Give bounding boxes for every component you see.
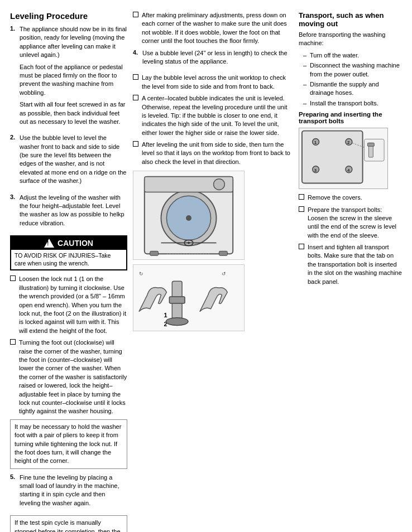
checkbox-icon-s4-3 (133, 141, 138, 147)
step4-checkbox-2: A center–located bubble indicates the un… (133, 94, 293, 137)
checkbox-icon-2 (10, 339, 16, 345)
leveling-item-5: 5. Fine tune the leveling by placing a s… (10, 473, 127, 511)
checkbox-icon-m1 (133, 12, 138, 17)
caution-label: CAUTION (58, 239, 93, 248)
dash-item-0: Turn off the water. (303, 51, 402, 60)
svg-point-11 (188, 242, 190, 244)
left-column: Leveling Procedure 1. The appliance shou… (10, 11, 127, 532)
svg-text:1: 1 (164, 312, 167, 318)
transport-checkbox-3: Insert and tighten all transport bolts. … (299, 243, 402, 286)
svg-rect-19 (302, 131, 363, 183)
step4-checkbox-1-text: Lay the bubble level across the unit wor… (142, 74, 293, 91)
item-1-para-2: Start with all four feet screwed in as f… (20, 100, 127, 126)
dash-item-2: Dismantle the supply and drainage hoses. (303, 80, 402, 98)
item-1-para-0: The appliance should now be in its final… (20, 25, 127, 60)
svg-text:2: 2 (347, 140, 350, 145)
step-4: 4. Use a bubble level (24" or less in le… (133, 49, 293, 70)
caution-subtext: TO AVOID RISK OF INJURIES–Take care when… (11, 250, 126, 269)
step4-checkbox-2-text: A center–located bubble indicates the un… (142, 94, 293, 137)
svg-text:4: 4 (347, 168, 350, 173)
svg-rect-7 (150, 252, 159, 256)
transport-checkbox-1-text: Remove the covers. (308, 194, 362, 202)
item-5-num: 5. (10, 473, 17, 511)
step-4-text: Use a bubble level (24" or less in lengt… (142, 49, 293, 66)
bolts-title: Preparing and inserting the transport bo… (299, 111, 402, 124)
transport-checkbox-2: Prepare the transport bolts: Loosen the … (299, 206, 402, 240)
leveling-title: Leveling Procedure (10, 11, 127, 21)
note-text: It may be necessary to hold the washer f… (15, 423, 121, 465)
item-1-para-1: Each foot of the appliance or pedestal m… (20, 63, 127, 98)
item-3-para-0: Adjust the leveling of the washer with t… (20, 194, 127, 228)
right-column: Transport, such as when moving out Befor… (299, 11, 402, 532)
svg-point-5 (214, 179, 225, 190)
transport-checkbox-2-text: Prepare the transport bolts: Loosen the … (308, 206, 402, 240)
checkbox-icon-t3 (299, 244, 304, 249)
dash-item-1: Disconnect the washing machine from the … (303, 61, 402, 79)
checkbox-icon-s4-1 (133, 74, 138, 80)
leveling-checkbox-2-text: Turning the foot out (clockwise) will ra… (19, 338, 127, 416)
leveling-checkbox-2: Turning the foot out (clockwise) will ra… (10, 338, 127, 416)
leveling-checkbox-1: Loosen the lock nut 1 (1 on the illustra… (10, 275, 127, 335)
svg-text:↻: ↻ (139, 272, 143, 277)
leveling-checkbox-1-text: Loosen the lock nut 1 (1 on the illustra… (19, 275, 127, 335)
washer-svg (133, 171, 244, 260)
foot-wrench-diagram: 1 2 ↻ ↺ (133, 264, 245, 331)
caution-triangle-icon (44, 239, 54, 248)
transport-svg: 1 2 3 4 (299, 128, 387, 189)
middle-checkbox-1-text: After making preliminary adjustments, pr… (142, 11, 293, 46)
svg-rect-30 (367, 143, 374, 146)
step4-checkbox-3-text: After leveling the unit from side to sid… (142, 141, 293, 166)
caution-header: CAUTION (11, 236, 126, 250)
item-3-num: 3. (10, 194, 17, 231)
svg-text:↺: ↺ (222, 272, 226, 277)
transport-title: Transport, such as when moving out (299, 11, 402, 28)
svg-text:1: 1 (314, 140, 317, 145)
svg-rect-15 (169, 297, 185, 303)
checkbox-icon-t1 (299, 194, 304, 200)
step5-note-box: If the test spin cycle is manually stopp… (10, 515, 127, 532)
leveling-item-3: 3. Adjust the leveling of the washer wit… (10, 194, 127, 231)
leveling-item-1: 1. The appliance should now be in its fi… (10, 25, 127, 129)
step4-checkbox-1: Lay the bubble level across the unit wor… (133, 74, 293, 91)
step5-note-text: If the test spin cycle is manually stopp… (15, 519, 121, 532)
svg-point-16 (166, 318, 188, 326)
svg-rect-28 (365, 139, 385, 162)
transport-intro: Before transporting the washing machine: (299, 31, 402, 48)
caution-box: CAUTION TO AVOID RISK OF INJURIES–Take c… (10, 235, 127, 270)
item-2-num: 2. (10, 134, 17, 188)
washer-front-diagram (133, 171, 245, 260)
checkbox-icon-1 (10, 275, 16, 281)
foot-svg: 1 2 ↻ ↺ (133, 264, 244, 331)
step4-checkbox-3: After leveling the unit from side to sid… (133, 141, 293, 166)
step-4-num: 4. (133, 49, 140, 70)
item-1-content: The appliance should now be in its final… (20, 25, 127, 129)
item-2-para-0: Use the bubble level to level the washer… (20, 134, 127, 185)
checkbox-icon-t2 (299, 206, 304, 212)
svg-rect-8 (219, 252, 227, 256)
item-3-content: Adjust the leveling of the washer with t… (20, 194, 127, 231)
item-5-text: Fine tune the leveling by placing a smal… (20, 473, 127, 508)
checkbox-icon-s4-2 (133, 95, 138, 100)
item-2-content: Use the bubble level to level the washer… (20, 134, 127, 188)
item-1-num: 1. (10, 25, 17, 129)
middle-column: After making preliminary adjustments, pr… (133, 11, 293, 532)
middle-checkbox-1: After making preliminary adjustments, pr… (133, 11, 293, 46)
note-box: It may be necessary to hold the washer f… (10, 419, 127, 469)
transport-checkbox-3-text: Insert and tighten all transport bolts. … (308, 243, 402, 286)
transport-checkbox-1: Remove the covers. (299, 194, 402, 202)
transport-dash-list: Turn off the water. Disconnect the washi… (299, 51, 402, 108)
dash-item-3: Install the transport bolts. (303, 99, 402, 108)
transport-bolts-diagram: 1 2 3 4 (299, 128, 388, 189)
svg-point-3 (186, 215, 191, 221)
leveling-item-2: 2. Use the bubble level to level the was… (10, 134, 127, 188)
svg-text:3: 3 (314, 168, 317, 173)
